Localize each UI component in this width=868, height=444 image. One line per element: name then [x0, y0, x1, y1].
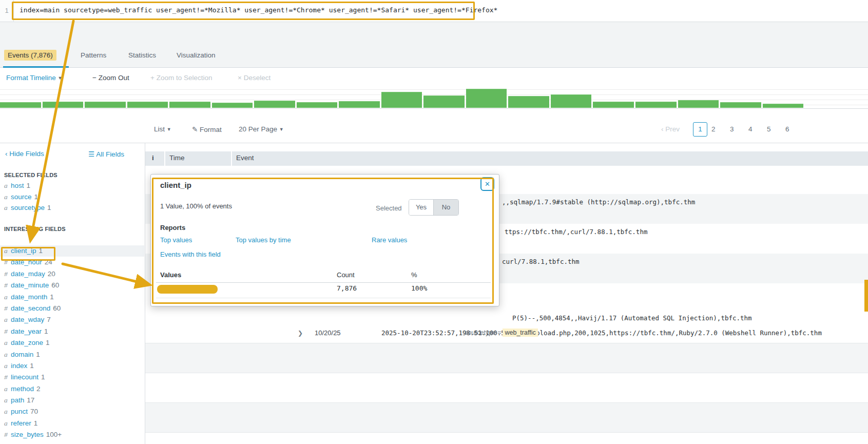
pagination-page-6[interactable]: 6: [785, 125, 789, 133]
format-menu[interactable]: ✎ Format: [192, 125, 222, 133]
sidebar-field-date_zone[interactable]: adate_zone1: [0, 337, 144, 349]
field-name[interactable]: date_zone: [11, 339, 43, 346]
sidebar-field-date_year[interactable]: #date_year1: [0, 326, 144, 337]
timeline-bar[interactable]: [339, 101, 380, 108]
field-name[interactable]: method: [11, 385, 34, 393]
field-name[interactable]: date_wday: [11, 316, 44, 323]
timeline-bar[interactable]: [720, 102, 761, 108]
sidebar-field-client_ip[interactable]: aclient_ip1: [0, 245, 144, 257]
rare-values-link[interactable]: Rare values: [372, 236, 407, 244]
sidebar-field-method[interactable]: amethod2: [0, 383, 144, 395]
zoom-out-button[interactable]: − Zoom Out: [92, 74, 129, 82]
timeline-bar[interactable]: [0, 102, 41, 108]
table-row[interactable]: ❯ 10/20/25 10:29:45.198 PM 2025-10-20T22…: [145, 402, 868, 432]
close-icon[interactable]: ✕: [480, 177, 494, 191]
sidebar-field-date_mday[interactable]: #date_mday20: [0, 268, 144, 280]
table-row[interactable]: ❯ 10/20/25 10:33:54.198 PM 2025-10-20T22…: [145, 373, 868, 402]
table-row[interactable]: ❯ 10/20/25 10:48:06.198 PM 2025-10-20T22…: [145, 343, 868, 373]
pagination-page-3[interactable]: 3: [730, 125, 734, 133]
sidebar-field-host[interactable]: ahost1: [0, 180, 144, 191]
sidebar-field-path[interactable]: apath17: [0, 395, 144, 406]
field-name[interactable]: index: [11, 362, 27, 370]
expand-chevron-icon[interactable]: ❯: [298, 330, 303, 337]
tab-patterns[interactable]: Patterns: [81, 51, 106, 59]
timeline-bar[interactable]: [254, 101, 295, 108]
sidebar-field-date_wday[interactable]: adate_wday7: [0, 314, 144, 325]
field-name[interactable]: client_ip: [11, 247, 36, 255]
top-values-by-time-link[interactable]: Top values by time: [236, 236, 291, 244]
field-name[interactable]: date_month: [11, 293, 47, 301]
field-name[interactable]: size_bytes: [11, 431, 44, 438]
sidebar-field-referer[interactable]: areferer1: [0, 418, 144, 429]
timeline-bar[interactable]: [297, 102, 338, 108]
table-row[interactable]: ❯ 10/20/25 2025-10-20T22:23:05,198.51.10…: [145, 432, 868, 444]
field-name[interactable]: host: [11, 182, 24, 189]
field-name[interactable]: date_mday: [11, 270, 45, 278]
field-name[interactable]: domain: [11, 351, 33, 358]
timeline-bar[interactable]: [212, 103, 253, 108]
deselect-button[interactable]: × Deselect: [238, 74, 271, 82]
hide-fields-link[interactable]: ‹ Hide Fields: [5, 150, 44, 158]
zoom-to-selection-button[interactable]: + Zoom to Selection: [150, 74, 212, 82]
tab-visualization[interactable]: Visualization: [177, 51, 216, 59]
column-time[interactable]: Time: [169, 154, 185, 162]
search-bar[interactable]: 1 index=main sourcetype=web_traffic user…: [0, 0, 868, 22]
timeline-bar[interactable]: [763, 104, 804, 108]
field-name[interactable]: date_minute: [11, 281, 49, 289]
tab-events[interactable]: Events (7,876): [4, 51, 56, 59]
field-name[interactable]: linecount: [11, 373, 38, 381]
sidebar-field-domain[interactable]: adomain1: [0, 349, 144, 360]
timeline-bar[interactable]: [508, 96, 549, 108]
timeline-bar[interactable]: [169, 102, 210, 108]
selected-no-button[interactable]: No: [434, 200, 458, 215]
timeline-bar[interactable]: [381, 92, 422, 108]
events-with-field-link[interactable]: Events with this field: [160, 250, 221, 258]
format-timeline-menu[interactable]: Format Timeline ▼: [6, 74, 62, 82]
sidebar-field-linecount[interactable]: #linecount1: [0, 372, 144, 383]
timeline-bar[interactable]: [85, 102, 126, 108]
field-name[interactable]: date_year: [11, 327, 42, 335]
timeline-bar[interactable]: [635, 102, 677, 108]
chevron-down-icon: ▼: [279, 127, 284, 132]
sidebar-field-index[interactable]: aindex1: [0, 360, 144, 372]
field-name[interactable]: date_second: [11, 304, 50, 312]
sidebar-field-date_month[interactable]: adate_month1: [0, 292, 144, 303]
field-name[interactable]: date_hour: [11, 258, 42, 266]
field-name[interactable]: referer: [11, 419, 31, 427]
per-page-menu[interactable]: 20 Per Page ▼: [239, 125, 284, 133]
field-name[interactable]: punct: [11, 408, 28, 415]
highlighted-value[interactable]: web_traffic: [503, 329, 537, 337]
field-name[interactable]: sourcetype: [11, 204, 45, 211]
sidebar-field-date_second[interactable]: #date_second60: [0, 303, 144, 314]
search-query-input[interactable]: index=main sourcetype=web_traffic user_a…: [20, 6, 497, 14]
list-view-menu[interactable]: List ▼: [154, 125, 171, 133]
timeline-bar[interactable]: [678, 100, 719, 108]
pagination-page-2[interactable]: 2: [711, 125, 716, 133]
sidebar-field-punct[interactable]: apunct70: [0, 406, 144, 417]
pagination-page-5[interactable]: 5: [767, 125, 771, 133]
timeline-bar[interactable]: [127, 102, 168, 108]
timeline-bar[interactable]: [593, 102, 634, 108]
all-fields-link[interactable]: ☰ All Fields: [88, 150, 124, 158]
pagination-page-4[interactable]: 4: [748, 125, 753, 133]
timeline-bar[interactable]: [551, 94, 592, 108]
top-values-link[interactable]: Top values: [160, 236, 192, 244]
field-name[interactable]: path: [11, 396, 24, 404]
selected-yes-button[interactable]: Yes: [409, 200, 434, 215]
field-count: 60: [51, 281, 59, 289]
field-count: 20: [48, 270, 55, 278]
sidebar-field-size_bytes[interactable]: #size_bytes100+: [0, 429, 144, 440]
tab-statistics[interactable]: Statistics: [128, 51, 156, 59]
pencil-icon: ✎: [192, 126, 198, 133]
pagination-prev[interactable]: ‹ Prev: [661, 125, 680, 133]
sidebar-field-sourcetype[interactable]: asourcetype1: [0, 202, 144, 214]
chevron-down-icon: ▼: [58, 75, 63, 81]
timeline-bar[interactable]: [43, 102, 84, 108]
sidebar-field-date_hour[interactable]: #date_hour24: [0, 257, 144, 268]
timeline-bar[interactable]: [466, 89, 507, 108]
field-name[interactable]: source: [11, 193, 32, 201]
timeline-bar[interactable]: [423, 95, 465, 108]
sidebar-field-date_minute[interactable]: #date_minute60: [0, 280, 144, 291]
pagination-page-1[interactable]: 1: [693, 122, 707, 137]
sidebar-field-source[interactable]: asource1: [0, 191, 144, 203]
